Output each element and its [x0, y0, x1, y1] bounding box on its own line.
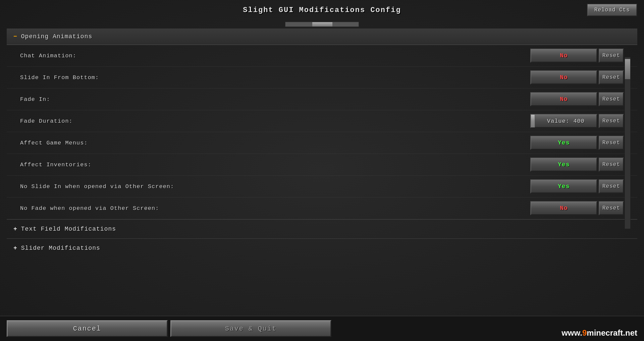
watermark: www. 9 minecraft.net: [561, 328, 637, 338]
toggle-affect-inventories[interactable]: Yes: [530, 158, 597, 172]
section-title: Opening Animations: [21, 33, 92, 40]
setting-label-affect-game-menus: Affect Game Menus:: [20, 140, 530, 146]
section-text-field-modifications[interactable]: + Text Field Modifications: [7, 219, 637, 238]
slider-section-title: Slider Modifications: [21, 245, 100, 251]
section-opening-animations-header[interactable]: − Opening Animations: [7, 29, 637, 45]
text-field-section-title: Text Field Modifications: [21, 226, 116, 232]
setting-controls-no-fade-other: No Reset: [530, 201, 624, 215]
setting-label-no-slide-in-other: No Slide In when opened via Other Screen…: [20, 183, 530, 190]
settings-container: Chat Animation: No Reset Slide In From B…: [7, 45, 637, 219]
toggle-slide-in-from-bottom[interactable]: No: [530, 70, 597, 84]
scrollbar-top: [0, 20, 644, 29]
slider-fade-duration[interactable]: Value: 400: [530, 114, 597, 128]
toggle-no-fade-other[interactable]: No: [530, 201, 597, 215]
setting-label-no-fade-other: No Fade when opened via Other Screen:: [20, 205, 530, 212]
slider-value: Value: 400: [535, 118, 597, 124]
header: Slight GUI Modifications Config Reload C…: [0, 0, 644, 20]
section-toggle-icon: −: [13, 33, 17, 40]
setting-row-fade-in: Fade In: No Reset: [7, 89, 637, 110]
save-quit-button[interactable]: Save & Quit: [170, 320, 331, 337]
slider-thumb: [531, 115, 535, 127]
setting-row-affect-inventories: Affect Inventories: Yes Reset: [7, 154, 637, 176]
slider-toggle-icon: +: [13, 245, 17, 251]
toggle-value-no-fade-other: No: [560, 205, 568, 212]
reset-fade-in[interactable]: Reset: [599, 92, 624, 106]
setting-row-no-fade-other: No Fade when opened via Other Screen: No…: [7, 197, 637, 219]
bottom-bar: Cancel Save & Quit www. 9 minecraft.net: [0, 316, 644, 341]
reset-slide-in-from-bottom[interactable]: Reset: [599, 70, 624, 84]
section-slider-modifications[interactable]: + Slider Modifications: [7, 238, 637, 258]
setting-controls-no-slide-in-other: Yes Reset: [530, 179, 624, 193]
setting-label-fade-in: Fade In:: [20, 96, 530, 103]
setting-row-affect-game-menus: Affect Game Menus: Yes Reset: [7, 132, 637, 154]
setting-label-slide-in-from-bottom: Slide In From Bottom:: [20, 74, 530, 81]
scrollbar-track-top[interactable]: [285, 22, 359, 27]
setting-row-fade-duration: Fade Duration: Value: 400 Reset: [7, 110, 637, 132]
setting-label-affect-inventories: Affect Inventories:: [20, 162, 530, 168]
setting-label-fade-duration: Fade Duration:: [20, 118, 530, 124]
setting-row-slide-in-from-bottom: Slide In From Bottom: No Reset: [7, 67, 637, 89]
reset-no-slide-in-other[interactable]: Reset: [599, 179, 624, 193]
watermark-9: 9: [582, 328, 587, 338]
scrollbar-right[interactable]: [625, 57, 631, 229]
toggle-value-slide-in: No: [560, 74, 568, 81]
setting-controls-affect-game-menus: Yes Reset: [530, 136, 624, 150]
page-title: Slight GUI Modifications Config: [243, 6, 401, 14]
text-field-toggle-icon: +: [13, 226, 17, 232]
cancel-button[interactable]: Cancel: [7, 320, 168, 337]
reset-chat-animation[interactable]: Reset: [599, 49, 624, 63]
toggle-value-fade-in: No: [560, 96, 568, 103]
reset-affect-game-menus[interactable]: Reset: [599, 136, 624, 150]
reset-no-fade-other[interactable]: Reset: [599, 201, 624, 215]
toggle-fade-in[interactable]: No: [530, 92, 597, 106]
scrollbar-right-thumb[interactable]: [625, 59, 630, 79]
toggle-no-slide-in-other[interactable]: Yes: [530, 179, 597, 193]
toggle-affect-game-menus[interactable]: Yes: [530, 136, 597, 150]
toggle-value-affect-inventories: Yes: [558, 161, 570, 168]
reset-affect-inventories[interactable]: Reset: [599, 158, 624, 172]
toggle-value-no-slide-in-other: Yes: [558, 183, 570, 190]
reload-button[interactable]: Reload Cts: [587, 4, 637, 16]
setting-controls-affect-inventories: Yes Reset: [530, 158, 624, 172]
setting-controls-fade-duration: Value: 400 Reset: [530, 114, 624, 128]
setting-controls-chat-animation: No Reset: [530, 49, 624, 63]
reset-fade-duration[interactable]: Reset: [599, 114, 624, 128]
content-area: − Opening Animations Chat Animation: No …: [7, 29, 637, 258]
setting-row-chat-animation: Chat Animation: No Reset: [7, 45, 637, 67]
watermark-www: www.: [561, 328, 582, 338]
scrollbar-thumb-top[interactable]: [312, 22, 332, 26]
watermark-minecraft-net: minecraft.net: [587, 328, 637, 338]
toggle-chat-animation[interactable]: No: [530, 49, 597, 63]
setting-controls-slide-in: No Reset: [530, 70, 624, 84]
setting-row-no-slide-in-other: No Slide In when opened via Other Screen…: [7, 176, 637, 197]
setting-controls-fade-in: No Reset: [530, 92, 624, 106]
toggle-value-chat-animation: No: [560, 52, 568, 59]
toggle-value-affect-game-menus: Yes: [558, 139, 570, 146]
setting-label-chat-animation: Chat Animation:: [20, 53, 530, 59]
